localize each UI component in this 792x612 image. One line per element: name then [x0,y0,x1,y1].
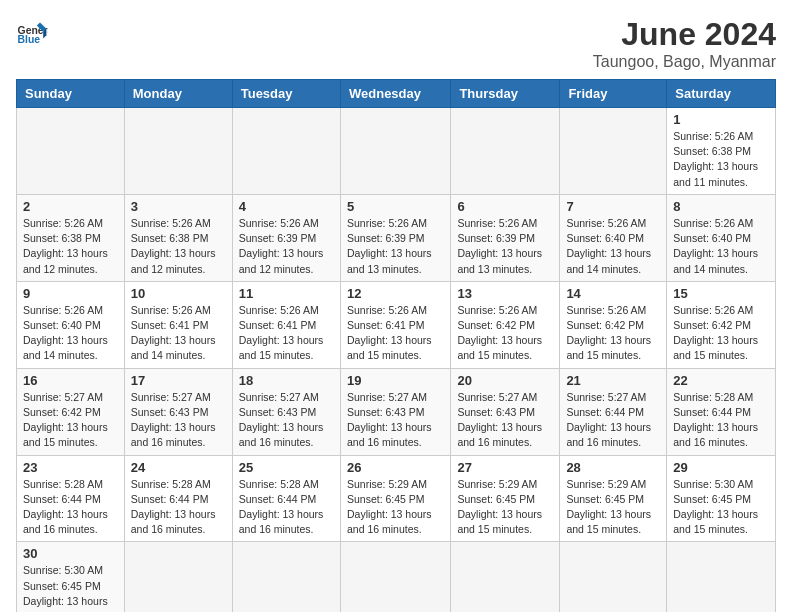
day-info: Sunrise: 5:26 AM Sunset: 6:40 PM Dayligh… [23,303,118,364]
calendar-cell [451,542,560,612]
calendar-cell: 22Sunrise: 5:28 AM Sunset: 6:44 PM Dayli… [667,368,776,455]
calendar-week-row: 23Sunrise: 5:28 AM Sunset: 6:44 PM Dayli… [17,455,776,542]
calendar-cell: 24Sunrise: 5:28 AM Sunset: 6:44 PM Dayli… [124,455,232,542]
calendar-cell: 3Sunrise: 5:26 AM Sunset: 6:38 PM Daylig… [124,194,232,281]
day-info: Sunrise: 5:26 AM Sunset: 6:39 PM Dayligh… [347,216,444,277]
day-number: 27 [457,460,553,475]
calendar-cell [17,108,125,195]
day-info: Sunrise: 5:29 AM Sunset: 6:45 PM Dayligh… [566,477,660,538]
calendar-cell: 1Sunrise: 5:26 AM Sunset: 6:38 PM Daylig… [667,108,776,195]
day-info: Sunrise: 5:26 AM Sunset: 6:39 PM Dayligh… [457,216,553,277]
calendar-week-row: 9Sunrise: 5:26 AM Sunset: 6:40 PM Daylig… [17,281,776,368]
day-info: Sunrise: 5:26 AM Sunset: 6:42 PM Dayligh… [566,303,660,364]
day-number: 22 [673,373,769,388]
calendar-week-row: 30Sunrise: 5:30 AM Sunset: 6:45 PM Dayli… [17,542,776,612]
day-info: Sunrise: 5:26 AM Sunset: 6:39 PM Dayligh… [239,216,334,277]
day-info: Sunrise: 5:28 AM Sunset: 6:44 PM Dayligh… [131,477,226,538]
calendar-cell: 9Sunrise: 5:26 AM Sunset: 6:40 PM Daylig… [17,281,125,368]
day-number: 17 [131,373,226,388]
day-info: Sunrise: 5:26 AM Sunset: 6:42 PM Dayligh… [673,303,769,364]
calendar-cell [451,108,560,195]
day-number: 19 [347,373,444,388]
calendar-cell: 7Sunrise: 5:26 AM Sunset: 6:40 PM Daylig… [560,194,667,281]
day-number: 8 [673,199,769,214]
day-number: 11 [239,286,334,301]
day-info: Sunrise: 5:26 AM Sunset: 6:38 PM Dayligh… [23,216,118,277]
weekday-header-row: SundayMondayTuesdayWednesdayThursdayFrid… [17,80,776,108]
day-number: 12 [347,286,444,301]
calendar-cell: 4Sunrise: 5:26 AM Sunset: 6:39 PM Daylig… [232,194,340,281]
logo: General Blue [16,16,48,48]
day-number: 7 [566,199,660,214]
weekday-header-tuesday: Tuesday [232,80,340,108]
calendar-cell: 14Sunrise: 5:26 AM Sunset: 6:42 PM Dayli… [560,281,667,368]
day-number: 20 [457,373,553,388]
calendar-cell: 21Sunrise: 5:27 AM Sunset: 6:44 PM Dayli… [560,368,667,455]
calendar-cell: 16Sunrise: 5:27 AM Sunset: 6:42 PM Dayli… [17,368,125,455]
day-info: Sunrise: 5:28 AM Sunset: 6:44 PM Dayligh… [239,477,334,538]
calendar-cell: 2Sunrise: 5:26 AM Sunset: 6:38 PM Daylig… [17,194,125,281]
weekday-header-saturday: Saturday [667,80,776,108]
day-number: 30 [23,546,118,561]
calendar-cell [232,108,340,195]
svg-text:Blue: Blue [18,34,41,45]
calendar-cell: 30Sunrise: 5:30 AM Sunset: 6:45 PM Dayli… [17,542,125,612]
calendar-cell [340,108,450,195]
day-info: Sunrise: 5:28 AM Sunset: 6:44 PM Dayligh… [673,390,769,451]
calendar-cell: 27Sunrise: 5:29 AM Sunset: 6:45 PM Dayli… [451,455,560,542]
calendar-cell: 20Sunrise: 5:27 AM Sunset: 6:43 PM Dayli… [451,368,560,455]
calendar-week-row: 16Sunrise: 5:27 AM Sunset: 6:42 PM Dayli… [17,368,776,455]
calendar-cell: 29Sunrise: 5:30 AM Sunset: 6:45 PM Dayli… [667,455,776,542]
day-number: 26 [347,460,444,475]
day-number: 15 [673,286,769,301]
calendar-cell: 25Sunrise: 5:28 AM Sunset: 6:44 PM Dayli… [232,455,340,542]
calendar-cell: 18Sunrise: 5:27 AM Sunset: 6:43 PM Dayli… [232,368,340,455]
day-info: Sunrise: 5:27 AM Sunset: 6:44 PM Dayligh… [566,390,660,451]
day-info: Sunrise: 5:30 AM Sunset: 6:45 PM Dayligh… [673,477,769,538]
day-info: Sunrise: 5:26 AM Sunset: 6:41 PM Dayligh… [239,303,334,364]
day-info: Sunrise: 5:26 AM Sunset: 6:41 PM Dayligh… [131,303,226,364]
calendar-week-row: 2Sunrise: 5:26 AM Sunset: 6:38 PM Daylig… [17,194,776,281]
calendar-cell: 13Sunrise: 5:26 AM Sunset: 6:42 PM Dayli… [451,281,560,368]
logo-icon: General Blue [16,16,48,48]
day-info: Sunrise: 5:28 AM Sunset: 6:44 PM Dayligh… [23,477,118,538]
day-info: Sunrise: 5:30 AM Sunset: 6:45 PM Dayligh… [23,563,118,612]
calendar-cell: 10Sunrise: 5:26 AM Sunset: 6:41 PM Dayli… [124,281,232,368]
calendar-cell: 11Sunrise: 5:26 AM Sunset: 6:41 PM Dayli… [232,281,340,368]
day-info: Sunrise: 5:27 AM Sunset: 6:43 PM Dayligh… [347,390,444,451]
day-info: Sunrise: 5:29 AM Sunset: 6:45 PM Dayligh… [347,477,444,538]
calendar-cell [232,542,340,612]
calendar-cell: 28Sunrise: 5:29 AM Sunset: 6:45 PM Dayli… [560,455,667,542]
calendar-cell: 23Sunrise: 5:28 AM Sunset: 6:44 PM Dayli… [17,455,125,542]
day-info: Sunrise: 5:26 AM Sunset: 6:40 PM Dayligh… [566,216,660,277]
day-number: 2 [23,199,118,214]
day-number: 28 [566,460,660,475]
day-number: 6 [457,199,553,214]
calendar-cell [124,542,232,612]
day-number: 10 [131,286,226,301]
calendar-cell: 12Sunrise: 5:26 AM Sunset: 6:41 PM Dayli… [340,281,450,368]
calendar-week-row: 1Sunrise: 5:26 AM Sunset: 6:38 PM Daylig… [17,108,776,195]
day-info: Sunrise: 5:27 AM Sunset: 6:42 PM Dayligh… [23,390,118,451]
day-number: 1 [673,112,769,127]
day-number: 14 [566,286,660,301]
page-header: General Blue June 2024 Taungoo, Bago, My… [16,16,776,71]
day-info: Sunrise: 5:26 AM Sunset: 6:42 PM Dayligh… [457,303,553,364]
day-info: Sunrise: 5:26 AM Sunset: 6:40 PM Dayligh… [673,216,769,277]
day-info: Sunrise: 5:27 AM Sunset: 6:43 PM Dayligh… [457,390,553,451]
calendar-cell [340,542,450,612]
weekday-header-thursday: Thursday [451,80,560,108]
day-number: 5 [347,199,444,214]
calendar-cell: 5Sunrise: 5:26 AM Sunset: 6:39 PM Daylig… [340,194,450,281]
calendar-cell [667,542,776,612]
calendar-cell: 26Sunrise: 5:29 AM Sunset: 6:45 PM Dayli… [340,455,450,542]
calendar-cell: 6Sunrise: 5:26 AM Sunset: 6:39 PM Daylig… [451,194,560,281]
calendar-cell: 15Sunrise: 5:26 AM Sunset: 6:42 PM Dayli… [667,281,776,368]
day-number: 21 [566,373,660,388]
day-number: 3 [131,199,226,214]
day-info: Sunrise: 5:29 AM Sunset: 6:45 PM Dayligh… [457,477,553,538]
day-number: 13 [457,286,553,301]
calendar-cell [124,108,232,195]
weekday-header-wednesday: Wednesday [340,80,450,108]
day-number: 25 [239,460,334,475]
